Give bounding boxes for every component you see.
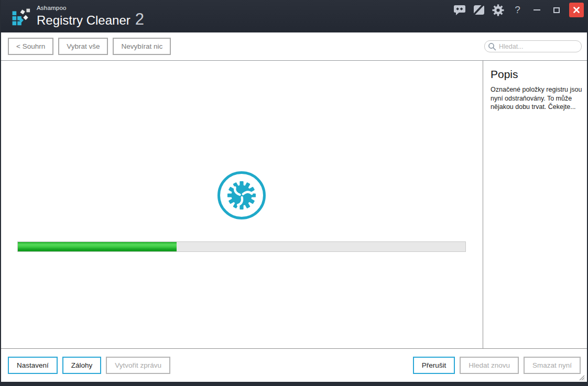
- window-bottom-edge: [1, 382, 587, 386]
- description-text: Označené položky registru jsou nyní odst…: [491, 85, 583, 112]
- footer-bar: Nastavení Zálohy Vytvořit zprávu Přeruši…: [1, 348, 587, 382]
- search-again-button: Hledat znovu: [460, 357, 519, 374]
- settings-button[interactable]: Nastavení: [8, 357, 58, 374]
- feedback-icon[interactable]: [450, 3, 469, 17]
- titlebar-controls: ?: [450, 0, 587, 17]
- select-none-button[interactable]: Nevybírat nic: [113, 38, 171, 55]
- toolbar: < Souhrn Vybrat vše Nevybírat nic: [1, 32, 587, 61]
- titlebar: Ashampoo Registry Cleaner 2: [1, 0, 587, 32]
- main-panel: [1, 61, 483, 348]
- app-title: Registry Cleaner: [37, 14, 130, 27]
- minimize-icon[interactable]: [527, 3, 547, 17]
- notes-icon[interactable]: [469, 3, 488, 17]
- app-logo-icon: [7, 4, 31, 28]
- vendor-name: Ashampoo: [37, 5, 144, 11]
- description-panel: Popis Označené položky registru jsou nyn…: [483, 61, 587, 348]
- gear-spinner-icon: [216, 170, 267, 220]
- content-area: Popis Označené položky registru jsou nyn…: [1, 61, 587, 348]
- summary-back-button[interactable]: < Souhrn: [8, 38, 53, 55]
- help-icon[interactable]: ?: [508, 3, 527, 17]
- app-window: Ashampoo Registry Cleaner 2: [0, 0, 588, 386]
- app-version: 2: [135, 11, 144, 28]
- search-input[interactable]: [484, 40, 582, 52]
- footer-right-group: Přerušit Hledat znovu Smazat nyní: [413, 357, 581, 374]
- resize-grip-icon[interactable]: [578, 373, 585, 381]
- delete-now-button: Smazat nyní: [524, 357, 581, 374]
- search-icon: [488, 42, 496, 51]
- abort-button[interactable]: Přerušit: [413, 357, 455, 374]
- settings-gear-icon[interactable]: [488, 3, 508, 17]
- progress-fill: [18, 242, 177, 251]
- brand-block: Ashampoo Registry Cleaner 2: [37, 5, 144, 28]
- description-title: Popis: [491, 68, 582, 81]
- create-report-button: Vytvořit zprávu: [106, 357, 170, 374]
- search-box: [484, 40, 582, 52]
- progress-bar: [17, 241, 466, 252]
- select-all-button[interactable]: Vybrat vše: [58, 38, 108, 55]
- close-icon[interactable]: [569, 3, 584, 17]
- backups-button[interactable]: Zálohy: [62, 357, 102, 374]
- maximize-icon[interactable]: [547, 3, 566, 17]
